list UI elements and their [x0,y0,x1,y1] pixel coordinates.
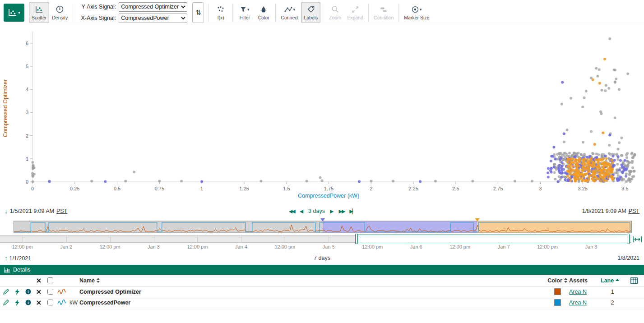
color-swatch[interactable] [546,299,569,306]
svg-text:3: 3 [539,186,542,191]
step-back-button[interactable]: ◀ [300,208,303,214]
toolbar-separator [73,4,73,22]
tool-filter[interactable]: ▾ Filter [235,2,254,23]
svg-text:3.25: 3.25 [578,186,588,191]
sort-asc-icon [616,279,619,282]
toolbar-separator [323,4,323,22]
table-row: Compressed Optimizer Area N 1 [0,286,644,297]
tool-fx-label: f(x) [218,15,224,20]
scrubber-handle-right[interactable] [627,234,630,244]
y-axis-title: Compressed Optimizer [2,79,9,137]
step-duration[interactable]: 3 days [308,208,325,214]
scrubber-handle-left[interactable] [355,234,358,244]
bolt-icon[interactable] [12,300,23,306]
axis-signal-group: Y-Axis Signal: Compressed Optimizer X-Ax… [78,2,187,23]
svg-text:2: 2 [370,186,372,191]
trend-preview-strip[interactable] [14,218,632,234]
toolbar-separator [208,4,209,22]
fx-dots-icon [217,5,225,14]
scrubber-selection[interactable] [357,235,628,243]
scatter-icon [35,5,43,14]
tool-density[interactable]: Density [49,2,70,23]
edit-icon[interactable] [0,300,12,305]
select-all-checkbox[interactable] [47,277,53,283]
svg-text:3: 3 [26,110,28,115]
marker-size-icon [412,6,419,13]
row-checkbox[interactable] [47,300,53,305]
zoom-magnifier-icon [332,5,338,14]
toolbar-separator [398,4,399,22]
sort-icon [97,278,100,283]
tool-labels[interactable]: Labels [301,2,320,23]
table-row: kW CompressedPower Area N 2 [0,297,644,308]
info-icon[interactable] [23,289,33,295]
range-start-timezone[interactable]: PST [56,208,67,214]
column-header-color[interactable]: Color [546,277,569,284]
y-axis-signal-label: Y-Axis Signal: [78,4,116,10]
svg-text:1.25: 1.25 [239,186,249,191]
svg-text:0.5: 0.5 [114,186,120,191]
column-header-lane[interactable]: Lane [601,277,624,284]
remove-all-icon[interactable] [33,278,44,283]
svg-text:0.25: 0.25 [70,186,79,191]
step-to-end-button[interactable]: ▶▏ [349,208,355,214]
column-header-assets[interactable]: Assets [569,277,601,284]
swap-axes-button[interactable]: ⇅ [192,2,204,23]
display-duration[interactable]: 7 days [314,255,330,261]
column-header-name[interactable]: Name [79,277,546,284]
swap-axes-icon: ⇅ [195,9,201,17]
row-checkbox[interactable] [47,289,53,295]
item-name[interactable]: Compressed Optimizer [79,289,546,295]
chevron-down-icon: ▾ [420,7,422,12]
step-forward-button[interactable]: ▶ [330,208,334,214]
toolbar: ▾ Scatter Density Y-Axis Signal: Compres… [0,0,644,25]
x-axis-title: CompressedPower (kW) [298,193,359,199]
toolbar-separator [368,4,369,22]
column-organizer-icon[interactable] [624,277,644,284]
tool-density-label: Density [52,15,68,20]
svg-text:6: 6 [26,41,28,46]
remove-icon[interactable] [33,300,44,305]
y-axis-signal-select[interactable]: Compressed Optimizer [119,2,187,12]
color-swatch[interactable] [546,288,569,295]
sort-icon [564,278,567,283]
expand-arrows-icon [352,5,358,14]
details-title: Details [13,267,30,273]
range-start-datetime: 1/5/2021 9:09 AM [10,208,54,214]
display-end-date: 1/8/2021 [617,255,639,261]
item-name[interactable]: CompressedPower [79,300,546,306]
range-end-timezone[interactable]: PST [629,208,639,214]
scatter-plot-menu-button[interactable]: ▾ [4,4,24,22]
step-forward-fast-button[interactable]: ▶▶ [338,208,344,214]
tool-connect[interactable]: ▾ Connect [278,2,301,23]
step-back-fast-button[interactable]: ◀◀ [289,208,295,214]
fit-full-range-icon[interactable] [632,235,642,243]
tool-color[interactable]: Color [254,2,273,23]
condition-capsules-icon [380,5,387,14]
display-start-arrow-icon[interactable]: ↑ [5,254,8,262]
svg-text:1: 1 [200,186,203,191]
range-start-arrow-icon[interactable]: ↓ [5,208,8,215]
timeline-scrubber: 12:00 pmJan 212:00 pmJan 312:00 pmJan 41… [0,235,644,253]
tool-scatter[interactable]: Scatter [29,2,49,23]
svg-text:5: 5 [26,64,28,69]
filter-funnel-icon [240,6,246,13]
tool-fx[interactable]: f(x) [211,2,230,23]
asset-link[interactable]: Area N [569,300,587,306]
color-droplet-icon [261,5,266,14]
info-icon[interactable] [23,300,33,305]
edit-icon[interactable] [0,289,12,295]
details-panel-header[interactable]: Details [0,265,644,275]
x-axis-signal-select[interactable]: CompressedPower [119,14,187,23]
svg-text:2: 2 [26,133,28,138]
density-icon [56,5,64,14]
tool-marker-size[interactable]: ▾ Marker Size [401,2,432,23]
asset-link[interactable]: Area N [569,289,587,295]
svg-text:4: 4 [26,87,28,92]
tool-zoom-label: Zoom [329,15,341,20]
remove-icon[interactable] [33,290,44,294]
bolt-icon[interactable] [12,289,23,295]
scatter-chart[interactable]: CompressedPower (kW) Compressed Optimize… [0,25,644,205]
chevron-down-icon: ▾ [18,10,20,15]
tool-expand-label: Expand [347,15,363,20]
